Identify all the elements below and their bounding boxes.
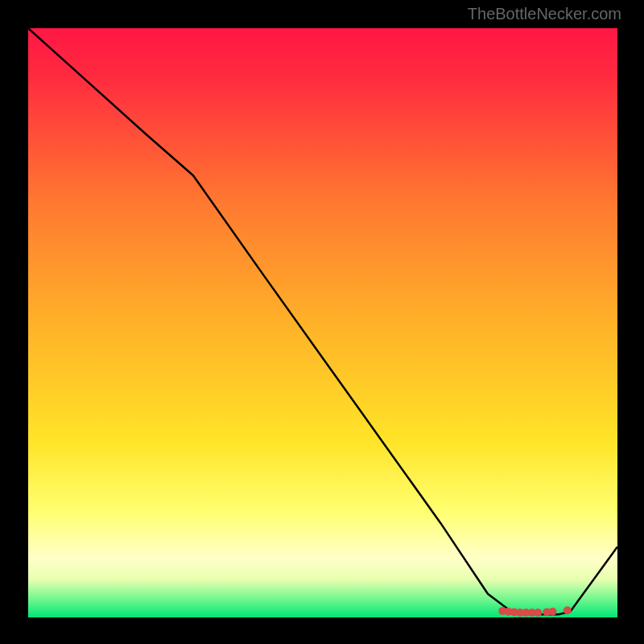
watermark-text: TheBottleNecker.com: [468, 5, 621, 23]
chart-plot-area: [28, 28, 617, 617]
chart-svg: [28, 28, 617, 617]
marker-point: [534, 609, 542, 617]
marker-point: [549, 608, 557, 616]
chart-background: [28, 28, 617, 617]
marker-point: [564, 606, 572, 614]
